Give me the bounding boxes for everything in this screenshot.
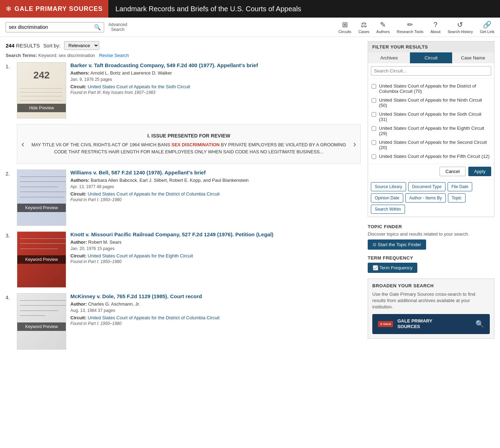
result-number: 2. xyxy=(6,169,13,177)
filter-item: United States Court of Appeals for the D… xyxy=(371,82,491,96)
get-link-label: Get Link xyxy=(480,30,494,34)
result-found: Found in Part I: 1950–1980 xyxy=(70,259,361,264)
results-header: 244 RESULTS Sort by: Relevance Date Titl… xyxy=(6,41,361,50)
cancel-button[interactable]: Cancel xyxy=(439,167,466,176)
topic-finder-section: TOPIC FINDER Discover topics and results… xyxy=(368,224,494,250)
document-type-button[interactable]: Document Type xyxy=(408,182,445,191)
filter-checkbox-fifth[interactable] xyxy=(372,154,376,159)
nav-authors[interactable]: ✎ Authors xyxy=(376,20,390,34)
hide-preview-button[interactable]: Hide Preview xyxy=(17,104,66,112)
revise-search-link[interactable]: Revise Search xyxy=(99,53,129,58)
nav-search-history[interactable]: ↺ Search History xyxy=(448,20,473,34)
circuit-link[interactable]: United States Court of Appeals for the D… xyxy=(88,191,220,197)
result-title[interactable]: Knott v. Missouri Pacific Railroad Compa… xyxy=(70,231,361,237)
filter-item: United States Court of Appeals for the S… xyxy=(371,110,491,124)
filter-item: United States Court of Appeals for the S… xyxy=(371,138,491,152)
filter-checkbox-ninth[interactable] xyxy=(372,98,376,103)
gale-card[interactable]: ⊙ GALE GALE PRIMARY SOURCES 🔍 xyxy=(372,314,490,334)
result-number: 1. xyxy=(6,62,13,69)
apply-button[interactable]: Apply xyxy=(468,167,491,176)
nav-about[interactable]: ? About xyxy=(430,21,441,34)
result-info: Barker v. Taft Broadcasting Company, 549… xyxy=(70,62,361,95)
authors-icon: ✎ xyxy=(380,20,386,29)
search-box[interactable]: 🔍 xyxy=(6,22,104,32)
filter-item: United States Court of Appeals for the E… xyxy=(371,124,491,138)
result-date-pages: Apr. 13, 1977 48 pages xyxy=(70,184,361,189)
topic-filter-button[interactable]: Topic xyxy=(448,193,466,203)
circuit-link[interactable]: United States Court of Appeals for the E… xyxy=(88,253,193,258)
result-thumbnail: ————————————————————————————————————————… xyxy=(17,169,66,226)
preview-carousel: ‹ I. ISSUE PRESENTED FOR REVIEW MAY TITL… xyxy=(17,124,361,164)
nav-cases[interactable]: ⚖ Cases xyxy=(358,20,369,34)
result-title[interactable]: Barker v. Taft Broadcasting Company, 549… xyxy=(70,62,361,68)
filter-actions: Cancel Apply xyxy=(368,164,494,179)
result-title[interactable]: Williams v. Bell, 587 F.2d 1240 (1978). … xyxy=(70,169,361,175)
keyword-preview-button[interactable]: Keyword Preview xyxy=(17,255,66,264)
nav-circuits[interactable]: ⊞ Circuits xyxy=(338,20,352,34)
circuits-label: Circuits xyxy=(338,30,352,34)
snowflake-icon: ❄ xyxy=(6,5,12,13)
get-link-icon: 🔗 xyxy=(483,20,492,29)
result-info: Knott v. Missouri Pacific Railroad Compa… xyxy=(70,231,361,264)
result-circuit: Circuit: United States Court of Appeals … xyxy=(70,253,361,258)
filter-header: FILTER YOUR RESULTS xyxy=(368,41,494,52)
start-topic-finder-button[interactable]: ⊙ Start the Topic Finder xyxy=(368,239,426,250)
result-thumbnail: ————————————————————————————————————————… xyxy=(17,231,66,288)
carousel-title: I. ISSUE PRESENTED FOR REVIEW xyxy=(31,133,346,139)
filter-section: FILTER YOUR RESULTS Archives Circuit Cas… xyxy=(368,41,494,217)
result-item: 2. —————————————————————————————————————… xyxy=(6,169,361,226)
filter-item: United States Court of Appeals for the N… xyxy=(371,96,491,110)
search-within-button[interactable]: Search Within xyxy=(371,205,405,214)
about-label: About xyxy=(430,30,441,34)
author-items-by-button[interactable]: Author - Items By xyxy=(405,193,446,203)
filter-tabs: Archives Circuit Case Name xyxy=(368,52,494,63)
result-authors: Author: Charles G. Aschmann, Jr. xyxy=(70,301,361,307)
filter-checkbox-dc[interactable] xyxy=(372,84,376,89)
term-frequency-button[interactable]: 📈 Term Frequency xyxy=(368,263,417,273)
broaden-section: BROADEN YOUR SEARCH Use the Gale Primary… xyxy=(368,279,494,339)
keyword-preview-button[interactable]: Keyword Preview xyxy=(17,204,66,212)
file-date-button[interactable]: File Date xyxy=(448,182,472,191)
results-section: 244 RESULTS Sort by: Relevance Date Titl… xyxy=(6,41,361,355)
result-thumbnail: ————————————————————————————————————————… xyxy=(17,293,66,350)
carousel-text: MAY TITLE VII OF THE CIVIL RIGHTS ACT OF… xyxy=(31,141,346,155)
result-circuit: Circuit: United States Court of Appeals … xyxy=(70,315,361,320)
result-date-pages: Aug. 13, 1984 37 pages xyxy=(70,308,361,313)
filter-checkbox-sixth[interactable] xyxy=(372,112,376,117)
filter-tab-archives[interactable]: Archives xyxy=(368,52,410,63)
result-authors: Authors: Barbara Allen Babcock, Earl J. … xyxy=(70,178,361,183)
source-library-button[interactable]: Source Library xyxy=(371,182,406,191)
result-circuit: Circuit: United States Court of Appeals … xyxy=(70,84,361,89)
search-input[interactable] xyxy=(9,24,94,30)
filter-checkbox-eighth[interactable] xyxy=(372,126,376,131)
result-title[interactable]: McKinney v. Dole, 765 F.2d 1129 (1985). … xyxy=(70,293,361,299)
nav-get-link[interactable]: 🔗 Get Link xyxy=(480,20,494,34)
logo-text: GALE PRIMARY SOURCES xyxy=(14,5,103,13)
term-frequency-title: TERM FREQUENCY xyxy=(368,255,494,261)
cases-icon: ⚖ xyxy=(361,20,367,29)
result-item: 4. —————————————————————————————————————… xyxy=(6,293,361,350)
search-button[interactable]: 🔍 xyxy=(94,24,101,31)
circuit-link[interactable]: United States Court of Appeals for the S… xyxy=(88,84,190,89)
filter-tab-casename[interactable]: Case Name xyxy=(452,52,494,63)
filter-search-input[interactable] xyxy=(371,66,491,76)
result-circuit: Circuit: United States Court of Appeals … xyxy=(70,191,361,197)
opinion-date-button[interactable]: Opinion Date xyxy=(371,193,403,203)
circuit-link[interactable]: United States Court of Appeals for the D… xyxy=(88,315,220,320)
result-thumbnail: 242 ___________________________ ________… xyxy=(17,62,66,119)
sidebar: FILTER YOUR RESULTS Archives Circuit Cas… xyxy=(368,41,494,355)
filter-checkbox-second[interactable] xyxy=(372,140,376,145)
keyword-preview-button[interactable]: Keyword Preview xyxy=(17,322,66,331)
filter-extra-buttons: Source Library Document Type File Date O… xyxy=(368,179,494,217)
nav-research-tools[interactable]: ✏ Research Tools xyxy=(397,20,424,34)
carousel-next-button[interactable]: › xyxy=(352,138,357,151)
sort-select[interactable]: Relevance Date Title xyxy=(64,41,99,50)
topic-finder-desc: Discover topics and results related to y… xyxy=(368,231,494,237)
main-container: 244 RESULTS Sort by: Relevance Date Titl… xyxy=(0,37,500,359)
advanced-search-link[interactable]: Advanced Search xyxy=(108,22,127,32)
filter-tab-circuit[interactable]: Circuit xyxy=(410,52,452,63)
gale-card-text: GALE PRIMARY SOURCES xyxy=(397,318,432,330)
result-found: Found in Part I: 1950–1980 xyxy=(70,197,361,202)
carousel-prev-button[interactable]: ‹ xyxy=(20,138,26,151)
header: ❄ GALE PRIMARY SOURCES Landmark Records … xyxy=(0,0,500,18)
